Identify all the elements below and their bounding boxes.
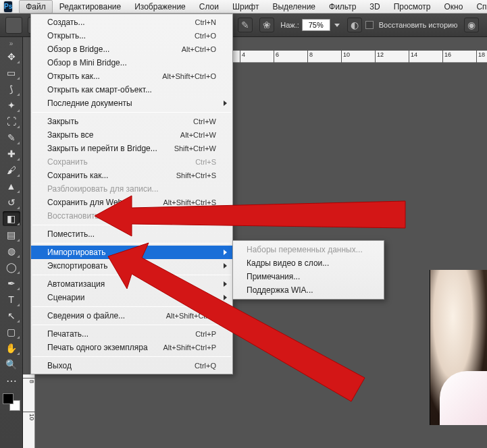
svg-marker-0 — [95, 196, 405, 236]
menu-item[interactable]: Открыть как...Alt+Shift+Ctrl+O — [31, 69, 232, 83]
menu-3d[interactable]: 3D — [363, 0, 386, 13]
history-label: Восстановить историю — [379, 21, 458, 29]
menu-item[interactable]: Создать...Ctrl+N — [31, 16, 232, 29]
menu-window[interactable]: Окно — [438, 0, 470, 13]
menu-item-shortcut: Ctrl+S — [195, 158, 216, 166]
opacity-label: Наж.: — [280, 21, 299, 29]
toolbox: » ✥ ▭ ⟆ ✦ ⛶ ✎ ✚ 🖌 ▲ ↺ ◧ ▤ ◍ ◯ ✒ T ↖ ▢ ✋ … — [0, 37, 23, 448]
menu-item[interactable]: Последние документы — [31, 96, 232, 110]
color-swatches[interactable] — [3, 393, 20, 411]
chevron-down-icon[interactable] — [334, 24, 340, 27]
move-tool[interactable]: ✥ — [3, 49, 20, 64]
menu-item-label: Открыть как... — [47, 72, 162, 81]
menu-item-label: Открыть как смарт-объект... — [47, 85, 216, 94]
menu-item[interactable]: Обзор в Bridge...Alt+Ctrl+O — [31, 43, 232, 56]
brush-settings-icon[interactable]: ✎ — [238, 18, 253, 32]
menu-view[interactable]: Просмотр — [387, 0, 438, 13]
ruler-tick: 8 — [23, 378, 35, 383]
menu-edit[interactable]: Редактирование — [53, 0, 128, 13]
vertical-ruler: 8 10 — [23, 374, 35, 448]
history-brush-tool[interactable]: ↺ — [3, 195, 20, 210]
menu-item-shortcut: Alt+Ctrl+O — [182, 45, 216, 53]
menu-item-label: Создать... — [47, 18, 195, 27]
eraser-tool[interactable]: ◧ — [3, 211, 20, 226]
menu-type[interactable]: Шрифт — [226, 0, 265, 13]
shape-tool[interactable]: ▢ — [3, 325, 20, 339]
menu-item-label: Открыть... — [47, 31, 195, 40]
menu-item-shortcut: Ctrl+N — [195, 18, 216, 26]
ruler-tick: 12 — [375, 51, 384, 63]
menu-item[interactable]: ЗакрытьCtrl+W — [31, 115, 232, 128]
ruler-tick: 8 — [307, 51, 313, 63]
menu-help[interactable]: Справ — [469, 0, 487, 13]
history-checkbox[interactable] — [365, 21, 374, 29]
menu-item-shortcut: Alt+Shift+Ctrl+O — [162, 72, 216, 80]
ruler-tick: 4 — [240, 51, 245, 63]
eyedropper-tool[interactable]: ✎ — [3, 130, 20, 145]
annotation-arrow-1 — [95, 189, 412, 245]
menu-item-label: Обзор в Bridge... — [47, 45, 182, 54]
horizontal-ruler: 4 6 8 10 12 14 16 18 — [233, 51, 487, 63]
ruler-tick: 16 — [442, 51, 451, 63]
menu-separator — [32, 112, 231, 113]
zoom-tool[interactable]: 🔍 — [3, 357, 20, 372]
airbrush-icon[interactable]: ❀ — [259, 18, 274, 32]
submenu-arrow-icon — [224, 101, 227, 106]
lasso-tool[interactable]: ⟆ — [3, 82, 20, 96]
ruler-tick: 10 — [341, 51, 350, 63]
ruler-tick: 18 — [476, 51, 485, 63]
annotation-arrow-2 — [108, 243, 378, 407]
gradient-tool[interactable]: ▤ — [3, 227, 20, 242]
menu-image[interactable]: Изображение — [128, 0, 193, 13]
menu-filter[interactable]: Фильтр — [322, 0, 363, 13]
menu-item-shortcut: Shift+Ctrl+W — [174, 144, 216, 152]
wand-tool[interactable]: ✦ — [3, 98, 20, 113]
menu-item-label: Закрыть и перейти в Bridge... — [47, 144, 174, 153]
menu-item: СохранитьCtrl+S — [31, 155, 232, 169]
edit-toolbar[interactable]: ⋯ — [3, 373, 20, 388]
ruler-tick: 6 — [274, 51, 279, 63]
tool-preset-picker[interactable] — [5, 17, 22, 34]
menu-file[interactable]: Файл — [19, 0, 53, 13]
pen-tool[interactable]: ✒ — [3, 276, 20, 291]
stamp-tool[interactable]: ▲ — [3, 179, 20, 194]
menu-item-shortcut: Shift+Ctrl+S — [176, 171, 216, 179]
hand-tool[interactable]: ✋ — [3, 341, 20, 356]
menu-layers[interactable]: Слои — [193, 0, 226, 13]
menu-item-label: Последние документы — [47, 99, 216, 108]
ruler-tick: 10 — [23, 412, 35, 420]
brush-tool[interactable]: 🖌 — [3, 163, 20, 177]
menu-item-label: Сохранить как... — [47, 171, 176, 180]
pressure-opacity-icon[interactable]: ◐ — [347, 18, 362, 32]
path-select-tool[interactable]: ↖ — [3, 308, 20, 323]
menu-select[interactable]: Выделение — [265, 0, 322, 13]
blur-tool[interactable]: ◍ — [3, 244, 20, 258]
menu-item-shortcut: Ctrl+O — [195, 32, 216, 40]
menu-item[interactable]: Открыть как смарт-объект... — [31, 83, 232, 96]
menu-item[interactable]: Закрыть всеAlt+Ctrl+W — [31, 128, 232, 142]
canvas-image — [430, 270, 487, 425]
heal-tool[interactable]: ✚ — [3, 146, 20, 161]
ruler-tick: 14 — [409, 51, 417, 63]
menu-item-label: Обзор в Mini Bridge... — [47, 58, 216, 67]
opacity-field[interactable]: 75% — [302, 19, 330, 31]
menu-bar: Ps Файл Редактирование Изображение Слои … — [0, 0, 487, 13]
menu-item-label: Сохранить — [47, 157, 195, 167]
menu-item[interactable]: Сохранить как...Shift+Ctrl+S — [31, 169, 232, 182]
menu-item[interactable]: Открыть...Ctrl+O — [31, 29, 232, 43]
dodge-tool[interactable]: ◯ — [3, 260, 20, 275]
menu-item-label: Закрыть все — [47, 130, 180, 140]
toolbox-collapse-icon[interactable]: » — [0, 40, 22, 48]
type-tool[interactable]: T — [3, 292, 20, 307]
tablet-pressure-icon[interactable]: ◉ — [464, 18, 479, 32]
marquee-tool[interactable]: ▭ — [3, 65, 20, 80]
menu-item-shortcut: Alt+Ctrl+W — [180, 131, 216, 139]
menu-item[interactable]: Обзор в Mini Bridge... — [31, 56, 232, 69]
svg-marker-1 — [108, 243, 365, 401]
menu-item-label: Закрыть — [47, 117, 193, 126]
app-logo: Ps — [4, 1, 12, 12]
foreground-color-swatch[interactable] — [3, 393, 14, 404]
menu-item[interactable]: Закрыть и перейти в Bridge...Shift+Ctrl+… — [31, 142, 232, 155]
crop-tool[interactable]: ⛶ — [3, 114, 20, 129]
menu-item-shortcut: Ctrl+W — [193, 117, 216, 125]
